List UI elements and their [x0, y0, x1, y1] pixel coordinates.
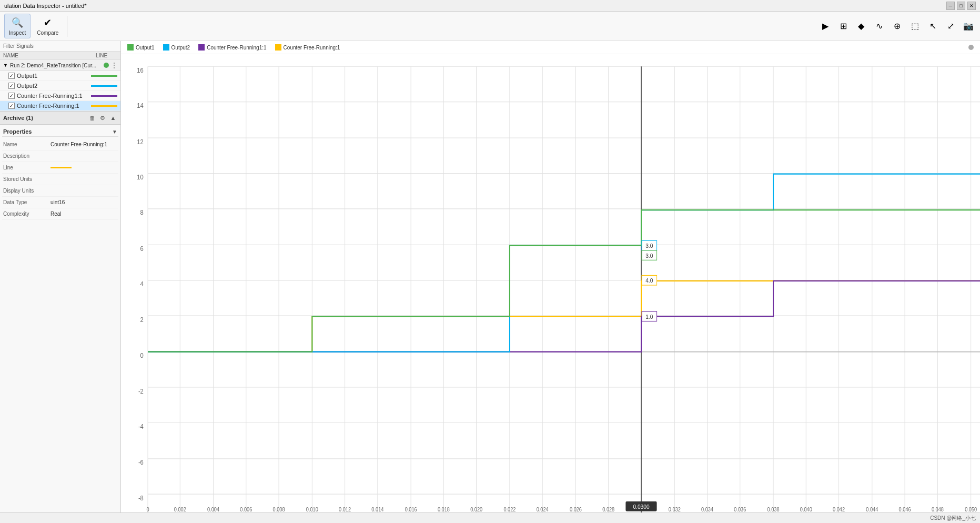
- run-label: Run 2: Demo4_RateTransition [Cur...: [10, 63, 102, 68]
- inspect-icon: 🔍: [11, 16, 24, 29]
- svg-text:0: 0: [146, 506, 149, 512]
- prop-row-complexity: Complexity Real: [2, 208, 118, 220]
- prop-complexity-value: Real: [50, 211, 117, 217]
- main-toolbar: 🔍 Inspect ✔ Compare ▶ ⊞ ◆ ∿ ⊕ ⬚ ↖ ⤢ 📷: [0, 12, 980, 41]
- run-menu-icon[interactable]: ⋮: [111, 62, 117, 69]
- svg-text:14: 14: [137, 102, 144, 110]
- app-title: ulation Data Inspector - untitled*: [4, 3, 87, 9]
- legend-label-output1: Output1: [136, 45, 155, 51]
- properties-arrow[interactable]: ▼: [112, 129, 117, 135]
- toolbar-right-group: ▶ ⊞ ◆ ∿ ⊕ ⬚ ↖ ⤢ 📷: [818, 19, 976, 34]
- prop-row-name: Name Counter Free-Running:1: [2, 139, 118, 150]
- svg-text:0.028: 0.028: [602, 506, 614, 512]
- signal-name-output1: Output1: [17, 73, 89, 79]
- camera-button[interactable]: 📷: [961, 19, 976, 34]
- prop-row-display-units: Display Units: [2, 185, 118, 197]
- prop-line-preview: [50, 167, 72, 168]
- cursor-button[interactable]: ↖: [925, 19, 940, 34]
- svg-text:0.038: 0.038: [767, 506, 780, 512]
- prop-description-label: Description: [3, 153, 50, 159]
- toolbar-separator-1: [67, 16, 67, 37]
- signal-checkbox-counter1[interactable]: ✓: [8, 93, 15, 99]
- close-button[interactable]: ✕: [967, 2, 976, 10]
- svg-text:0.022: 0.022: [503, 506, 516, 512]
- svg-text:4: 4: [140, 280, 144, 288]
- properties-panel: Properties ▼ Name Counter Free-Running:1…: [0, 125, 120, 222]
- prop-line-label: Line: [3, 165, 50, 170]
- chart-wrapper[interactable]: 16 14 12 10 8 6 4 2 0 -2 -4 -6 -8: [121, 54, 980, 512]
- legend-color-counter2: [275, 44, 281, 51]
- archive-collapse-btn[interactable]: ▲: [109, 114, 117, 122]
- data-label-30-green: 3.0: [645, 252, 653, 259]
- legend-label-counter1: Counter Free-Running1:1: [207, 45, 266, 51]
- archive-delete-btn[interactable]: 🗑: [88, 114, 96, 122]
- diamond-button[interactable]: ◆: [854, 19, 868, 34]
- svg-text:0: 0: [140, 351, 144, 359]
- signal-item-counter1[interactable]: ✓ Counter Free-Running1:1: [0, 91, 120, 101]
- svg-text:0.014: 0.014: [371, 506, 383, 512]
- legend-item-counter1: Counter Free-Running1:1: [198, 44, 266, 51]
- cursor-x-label: 0.0300: [633, 503, 649, 510]
- svg-text:8: 8: [140, 209, 144, 217]
- title-bar: ulation Data Inspector - untitled* ─ □ ✕: [0, 0, 980, 12]
- signal-checkbox-counter2[interactable]: ✓: [8, 103, 15, 109]
- prop-display-units-label: Display Units: [3, 188, 50, 194]
- prop-stored-units-label: Stored Units: [3, 176, 50, 182]
- svg-text:0.036: 0.036: [734, 506, 746, 512]
- svg-text:0.010: 0.010: [306, 506, 318, 512]
- prop-row-line: Line: [2, 162, 118, 174]
- inspect-label: Inspect: [9, 30, 26, 36]
- signal-checkbox-output1[interactable]: ✓: [8, 73, 15, 79]
- signal-item-output2[interactable]: ✓ Output2: [0, 81, 120, 91]
- signal-line-output1: [91, 75, 117, 77]
- expand-button[interactable]: ⤢: [943, 19, 958, 34]
- svg-text:16: 16: [137, 66, 144, 74]
- zoom-button[interactable]: ⊕: [890, 19, 904, 34]
- legend-color-output2: [163, 44, 169, 51]
- data-label-40: 4.0: [645, 277, 653, 284]
- run-button[interactable]: ▶: [818, 19, 833, 34]
- signal-item-counter2[interactable]: ✓ Counter Free-Running:1: [0, 101, 120, 111]
- prop-complexity-label: Complexity: [3, 211, 50, 217]
- signal-line-output2: [91, 85, 117, 87]
- svg-text:-8: -8: [138, 494, 144, 502]
- svg-text:0.032: 0.032: [669, 506, 681, 512]
- grid-button[interactable]: ⊞: [836, 19, 851, 34]
- signal-checkbox-output2[interactable]: ✓: [8, 83, 15, 89]
- compare-toolbar-group[interactable]: ✔ Compare: [33, 14, 63, 38]
- svg-text:0.018: 0.018: [438, 506, 450, 512]
- svg-text:0.002: 0.002: [174, 506, 186, 512]
- restore-button[interactable]: □: [957, 2, 965, 10]
- prop-data-type-label: Data Type: [3, 199, 50, 205]
- svg-text:0.044: 0.044: [866, 506, 878, 512]
- inspect-toolbar-group[interactable]: 🔍 Inspect: [4, 14, 31, 38]
- legend-color-output1: [127, 44, 134, 51]
- svg-text:0.016: 0.016: [405, 506, 417, 512]
- frame-button[interactable]: ⬚: [907, 19, 922, 34]
- signal-item-output1[interactable]: ✓ Output1: [0, 71, 120, 81]
- status-bar: CSDN @网络_小七: [0, 512, 980, 523]
- svg-text:0.026: 0.026: [570, 506, 582, 512]
- chart-area[interactable]: Output1 Output2 Counter Free-Running1:1 …: [121, 41, 980, 512]
- svg-text:10: 10: [137, 173, 144, 181]
- run-item[interactable]: ▼ Run 2: Demo4_RateTransition [Cur... ⋮: [0, 60, 120, 71]
- svg-text:0.048: 0.048: [932, 506, 944, 512]
- archive-settings-btn[interactable]: ⚙: [98, 114, 107, 122]
- archive-panel: Archive (1) 🗑 ⚙ ▲ Properties ▼ Name Coun…: [0, 111, 120, 222]
- data-label-10: 1.0: [645, 313, 653, 320]
- name-col-header: NAME: [3, 53, 86, 58]
- svg-text:0.020: 0.020: [470, 506, 482, 512]
- minimize-button[interactable]: ─: [946, 2, 955, 10]
- run-expand-icon: ▼: [3, 63, 8, 68]
- chart-legend: Output1 Output2 Counter Free-Running1:1 …: [121, 41, 980, 54]
- signal-line-counter1: [91, 95, 117, 97]
- wave-button[interactable]: ∿: [872, 19, 886, 34]
- prop-row-stored-units: Stored Units: [2, 174, 118, 185]
- prop-name-label: Name: [3, 142, 50, 147]
- prop-row-description: Description: [2, 150, 118, 162]
- legend-label-output2: Output2: [171, 45, 190, 51]
- svg-text:0.046: 0.046: [899, 506, 911, 512]
- chart-svg[interactable]: 16 14 12 10 8 6 4 2 0 -2 -4 -6 -8: [121, 54, 980, 512]
- properties-title: Properties: [3, 128, 112, 135]
- svg-text:0.042: 0.042: [833, 506, 845, 512]
